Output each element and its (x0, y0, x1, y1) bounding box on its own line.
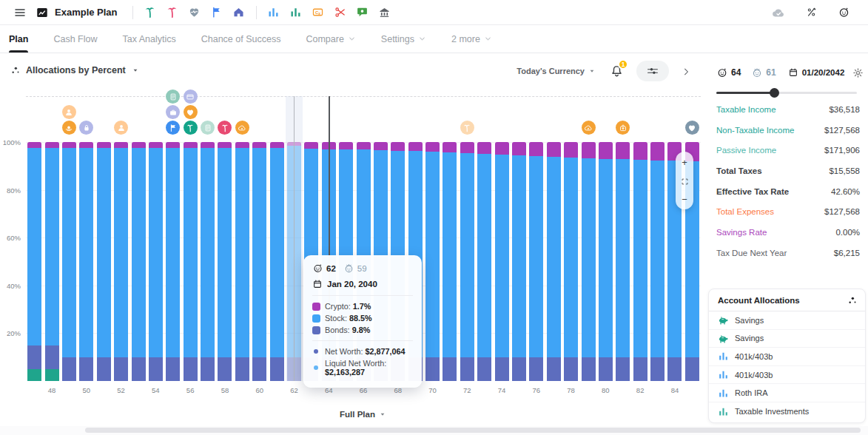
chart-filters-button[interactable] (636, 61, 669, 81)
tab-plan[interactable]: Plan (9, 25, 28, 53)
bar-age-47[interactable] (27, 142, 41, 381)
segment-crypto (477, 142, 491, 154)
bar-age-56[interactable] (184, 142, 198, 381)
account-row-401k-403b[interactable]: 401k/403b (709, 348, 865, 366)
event-marker-person[interactable] (114, 121, 128, 135)
event-marker-card[interactable] (184, 90, 198, 104)
tax-card-icon (312, 6, 324, 18)
bar-age-55[interactable] (166, 142, 180, 381)
segment-stock (477, 154, 491, 357)
y-axis-label: 40% (0, 282, 21, 290)
bar-age-71[interactable] (443, 142, 457, 381)
bar-age-51[interactable] (97, 142, 111, 381)
zoom-out-button[interactable]: − (678, 193, 691, 205)
account-row-savings[interactable]: Savings (709, 311, 865, 330)
plan-title: Example Plan (55, 7, 118, 18)
chart-growth-icon (718, 369, 729, 380)
bar-age-61[interactable] (270, 142, 284, 381)
avatar-face-button[interactable] (834, 3, 853, 22)
tab-chance-of-success[interactable]: Chance of Success (201, 25, 281, 53)
bar-age-49[interactable] (62, 142, 76, 381)
bar-age-83[interactable] (650, 142, 665, 381)
tooltip-legend-row: Bonds: 9.8% (312, 326, 413, 334)
segment-stock (235, 148, 249, 357)
account-row-401k-403b[interactable]: 401k/403b (709, 366, 865, 385)
account-row-savings[interactable]: Savings (709, 330, 865, 348)
palm-tree-button[interactable] (163, 3, 182, 22)
tab-compare[interactable]: Compare (306, 25, 355, 53)
currency-dropdown[interactable]: Today's Currency (517, 67, 596, 75)
event-marker-palm-tree[interactable] (184, 121, 198, 135)
heart-pulse-button[interactable] (185, 3, 204, 22)
event-marker-document[interactable] (201, 121, 215, 135)
bar-age-73[interactable] (477, 142, 491, 381)
bar-age-50[interactable] (79, 142, 93, 381)
flag-button[interactable] (207, 3, 226, 22)
next-panel-chevron[interactable] (681, 65, 691, 76)
bar-age-74[interactable] (495, 142, 509, 381)
bar-age-80[interactable] (599, 142, 613, 381)
bar-age-58[interactable] (218, 142, 232, 381)
cloud-check-button[interactable] (769, 3, 788, 22)
bank-button[interactable] (375, 3, 394, 22)
zoom-in-button[interactable]: + (678, 156, 691, 168)
stat-label: Total Expenses (716, 207, 774, 216)
bar-age-57[interactable] (201, 142, 215, 381)
chat-gear-button[interactable] (353, 3, 372, 22)
tab-2-more[interactable]: 2 more (451, 25, 492, 53)
account-row-taxable-investments[interactable]: Taxable Investments (709, 402, 865, 421)
bar-age-82[interactable] (633, 142, 647, 381)
notifications-button[interactable]: 1 (608, 63, 625, 79)
segment-stock (166, 148, 180, 357)
bar-age-76[interactable] (529, 142, 543, 381)
slider-thumb[interactable] (770, 88, 779, 98)
event-marker-cloud-up[interactable] (582, 121, 596, 135)
bar-age-59[interactable] (235, 142, 249, 381)
horizontal-scrollbar[interactable] (0, 426, 868, 435)
chart-growth-button[interactable] (264, 3, 283, 22)
tab-settings[interactable]: Settings (381, 25, 426, 53)
segment-stock (97, 148, 111, 357)
bar-age-54[interactable] (149, 142, 163, 381)
bar-age-81[interactable] (616, 142, 630, 381)
date-picker[interactable]: 01/20/2042 (788, 67, 845, 78)
card-icon (186, 92, 195, 101)
bar-age-53[interactable] (132, 142, 146, 381)
hamburger-menu-icon[interactable] (10, 3, 30, 22)
bar-age-48[interactable] (45, 142, 59, 381)
chart-growth-button[interactable] (286, 3, 306, 22)
palm-tree-button[interactable] (141, 3, 160, 22)
bar-age-70[interactable] (425, 142, 440, 381)
event-marker-heart-pulse[interactable] (685, 121, 699, 135)
event-marker-cloud-up[interactable] (235, 121, 249, 135)
chart-title-dropdown[interactable]: Allocations by Percent (10, 65, 140, 75)
bar-age-78[interactable] (564, 142, 578, 381)
bar-age-75[interactable] (512, 142, 526, 381)
bar-age-52[interactable] (114, 142, 128, 381)
segment-bonds (616, 357, 630, 381)
bar-age-60[interactable] (252, 142, 266, 381)
fit-view-button[interactable] (678, 175, 691, 186)
scissors-button[interactable] (331, 3, 350, 22)
tab-tax-analytics[interactable]: Tax Analytics (122, 25, 175, 53)
scrollbar-thumb[interactable] (85, 428, 861, 433)
bar-age-72[interactable] (460, 142, 474, 381)
event-marker-sunset[interactable] (62, 121, 76, 135)
caret-down-icon (378, 410, 387, 419)
bar-age-79[interactable] (582, 142, 596, 381)
segment-crypto (149, 142, 163, 148)
plan-range-dropdown[interactable]: Full Plan (340, 410, 387, 419)
account-row-roth-ira[interactable]: Roth IRA (709, 384, 865, 402)
timeline-slider[interactable] (716, 87, 857, 98)
tax-card-button[interactable] (309, 3, 328, 22)
segment-stock (460, 153, 474, 357)
panel-settings-button[interactable] (852, 67, 864, 78)
event-marker-person[interactable] (62, 105, 76, 119)
home-button[interactable] (229, 3, 249, 22)
event-marker-palm-tree[interactable] (460, 121, 474, 135)
bar-age-77[interactable] (547, 142, 561, 381)
event-marker-heart-plus[interactable] (184, 105, 198, 119)
heart-plus-icon (186, 108, 195, 117)
tab-cash-flow[interactable]: Cash Flow (53, 25, 97, 53)
percent-pen-button[interactable] (801, 3, 821, 22)
